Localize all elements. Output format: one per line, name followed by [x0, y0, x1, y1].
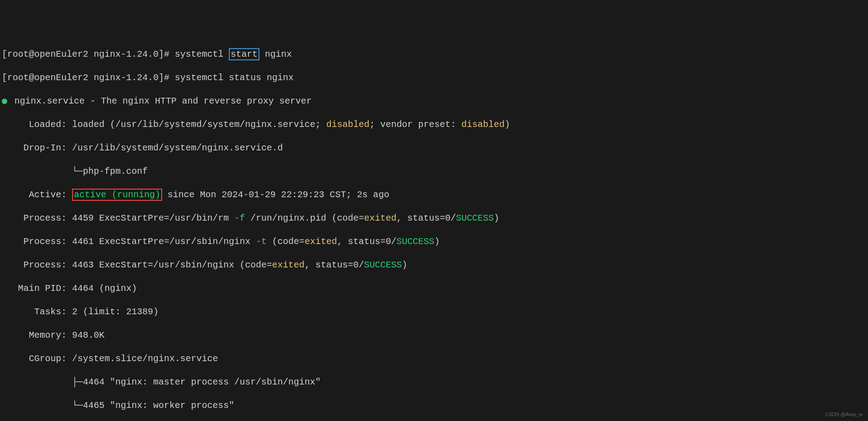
prompt: [root@openEuler2 nginx-1.24.0]# [2, 49, 175, 59]
cmd-line-1[interactable]: [root@openEuler2 nginx-1.24.0]# systemct… [2, 49, 866, 60]
process-line-2: Process: 4461 ExecStartPre=/usr/sbin/ngi… [2, 236, 866, 248]
dropin-line-1: Drop-In: /usr/lib/systemd/system/nginx.s… [2, 142, 866, 154]
cmd-line-2[interactable]: [root@openEuler2 nginx-1.24.0]# systemct… [2, 72, 866, 84]
cgroup-child-1: ├─4464 "nginx: master process /usr/sbin/… [2, 376, 866, 388]
tasks-line: Tasks: 2 (limit: 21389) [2, 306, 866, 318]
cgroup-child-2: └─4465 "nginx: worker process" [2, 400, 866, 412]
active-line: Active: active (running) since Mon 2024-… [2, 189, 866, 201]
highlight-active: active (running) [72, 189, 162, 201]
cgroup-line: CGroup: /system.slice/nginx.service [2, 353, 866, 365]
dropin-line-2: └─php-fpm.conf [2, 166, 866, 177]
highlight-start: start [229, 48, 259, 60]
main-pid-line: Main PID: 4464 (nginx) [2, 283, 866, 294]
loaded-line: Loaded: loaded (/usr/lib/systemd/system/… [2, 119, 866, 131]
process-line-3: Process: 4463 ExecStart=/usr/sbin/nginx … [2, 259, 866, 271]
process-line-1: Process: 4459 ExecStartPre=/usr/bin/rm -… [2, 213, 866, 224]
memory-line: Memory: 948.0K [2, 330, 866, 341]
status-dot-icon [2, 99, 7, 104]
service-header: nginx.service - The nginx HTTP and rever… [2, 95, 866, 107]
watermark: CSDN @Asxy_w [825, 411, 863, 417]
